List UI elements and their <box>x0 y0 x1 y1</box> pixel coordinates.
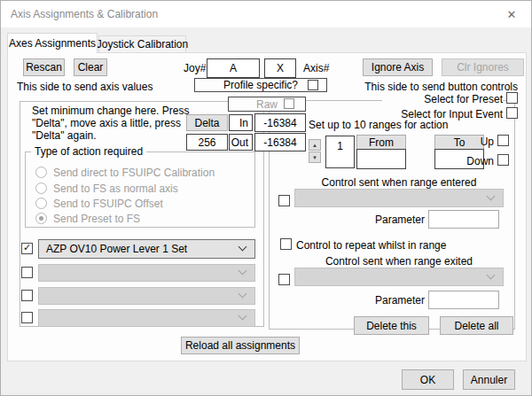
radio-send-direct-calibration[interactable] <box>35 167 47 178</box>
down-label: Down <box>458 155 494 167</box>
spinner-up-icon: ▲ <box>312 143 317 148</box>
down-checkbox[interactable] <box>497 154 509 166</box>
chevron-down-icon <box>239 312 247 321</box>
parameter-exited-label: Parameter <box>363 294 425 307</box>
raw-checkbox[interactable] <box>284 98 294 109</box>
clr-ignores-button[interactable]: Clr Ignores <box>442 58 524 76</box>
select-for-preset-label: Select for Preset <box>382 93 503 105</box>
raw-box: Raw <box>228 97 306 112</box>
tab-axes-assignments-label: Axes Assignments <box>9 37 96 50</box>
chevron-down-icon <box>487 270 496 279</box>
ok-button[interactable]: OK <box>402 369 454 390</box>
min-change-help-line2: "Delta", move axis a little, press <box>32 117 196 129</box>
titlebar: Axis Assignments & Calibration ✕ <box>1 1 532 27</box>
range-entered-label: Control sent when range entered <box>294 176 504 189</box>
close-icon: ✕ <box>507 8 517 21</box>
joy-number-label: Joy# <box>184 62 206 74</box>
chevron-down-icon <box>239 243 247 252</box>
tab-joystick-calibration-label: Joystick Calibration <box>97 38 188 50</box>
button-controls-side-label: This side to send button controls <box>364 81 518 93</box>
range-exited-checkbox[interactable] <box>278 274 290 285</box>
range-spinner-up[interactable]: ▲ <box>309 139 321 151</box>
radio-send-preset[interactable] <box>35 213 47 224</box>
range-spinner-down[interactable]: ▼ <box>309 151 321 163</box>
ignore-axis-button[interactable]: Ignore Axis <box>363 58 433 76</box>
min-change-help-line3: "Delta" again. <box>32 129 196 142</box>
cancel-button[interactable]: Annuler <box>463 369 515 390</box>
profile-specific-checkbox[interactable] <box>308 80 318 90</box>
assignment-checkbox-3[interactable] <box>21 290 33 301</box>
repeat-in-range-label: Control to repeat whilst in range <box>296 239 446 252</box>
raw-out-value: -16384 <box>254 133 306 151</box>
tab-joystick-calibration[interactable]: Joystick Calibration <box>98 35 186 52</box>
rescan-button[interactable]: Rescan <box>23 58 65 76</box>
from-input[interactable] <box>356 149 406 169</box>
axis-number-label: Axis# <box>303 62 329 74</box>
profile-specific-box: Profile specific? <box>194 78 327 92</box>
joy-number-field[interactable]: A <box>207 58 260 78</box>
radio-send-direct-calibration-label: Send direct to FSUIPC Calibration <box>53 167 215 179</box>
range-number-field[interactable]: 1 <box>325 136 355 168</box>
parameter-exited-input[interactable] <box>428 291 499 309</box>
axis-values-side-label: This side to send axis values <box>17 81 153 93</box>
axis-letter-field[interactable]: X <box>264 58 296 78</box>
parameter-entered-input[interactable] <box>428 210 499 229</box>
tab-axes-assignments[interactable]: Axes Assignments <box>7 33 98 53</box>
parameter-entered-label: Parameter <box>363 214 425 226</box>
check-icon: ✓ <box>23 242 31 253</box>
radio-send-fsuipc-offset[interactable] <box>35 198 47 209</box>
delta-value-field[interactable]: 256 <box>186 134 228 151</box>
repeat-in-range-checkbox[interactable] <box>280 238 292 250</box>
action-type-title: Type of action required <box>31 145 146 158</box>
axis-assignments-dialog: Axis Assignments & Calibration ✕ Axes As… <box>0 0 532 396</box>
close-button[interactable]: ✕ <box>497 4 526 25</box>
chevron-down-icon <box>239 290 247 299</box>
chevron-down-icon <box>239 267 247 276</box>
range-entered-dropdown[interactable] <box>294 189 504 207</box>
range-exited-label: Control sent when range exited <box>294 255 504 268</box>
assignment-dropdown-3[interactable] <box>38 287 255 305</box>
ranges-title: Set up to 10 ranges for action <box>309 119 448 131</box>
radio-send-normal-axis[interactable] <box>35 182 47 194</box>
delta-button[interactable]: Delta <box>186 114 228 131</box>
assignment-dropdown-4[interactable] <box>38 309 255 327</box>
raw-in-label: In <box>229 114 253 131</box>
clear-button[interactable]: Clear <box>74 58 107 76</box>
raw-in-value: -16384 <box>254 113 306 132</box>
raw-label: Raw <box>256 98 278 111</box>
assignment-checkbox-1[interactable]: ✓ <box>21 243 33 254</box>
assignment-checkbox-2[interactable] <box>21 267 33 278</box>
delete-this-button[interactable]: Delete this <box>354 316 429 335</box>
range-entered-checkbox[interactable] <box>278 195 290 206</box>
select-for-preset-checkbox[interactable] <box>506 92 518 104</box>
min-change-help: Set minimum change here. Press "Delta", … <box>32 105 196 142</box>
delete-all-button[interactable]: Delete all <box>440 316 513 335</box>
assignment-checkbox-4[interactable] <box>21 312 33 323</box>
raw-out-label: Out <box>229 134 253 151</box>
profile-specific-label: Profile specific? <box>223 79 298 91</box>
min-change-help-line1: Set minimum change here. Press <box>32 105 196 117</box>
from-header-button[interactable]: From <box>356 135 406 150</box>
select-for-input-event-checkbox[interactable] <box>506 107 518 119</box>
select-for-input-event-label: Select for Input Event <box>373 108 503 120</box>
up-checkbox[interactable] <box>497 135 509 146</box>
range-exited-dropdown[interactable] <box>294 268 504 286</box>
footer: OK Annuler <box>1 362 532 396</box>
assignment-dropdown-2[interactable] <box>38 264 255 282</box>
up-label: Up <box>467 136 494 148</box>
assignment-dropdown-1-value: AZP OV10 Power Lever 1 Set <box>46 243 187 255</box>
radio-send-normal-axis-label: Send to FS as normal axis <box>53 182 178 195</box>
spinner-down-icon: ▼ <box>312 155 317 160</box>
assignment-dropdown-1[interactable]: AZP OV10 Power Lever 1 Set <box>38 239 255 259</box>
window-title: Axis Assignments & Calibration <box>11 8 158 20</box>
chevron-down-icon <box>487 191 496 200</box>
radio-send-preset-label: Send Preset to FS <box>53 213 140 225</box>
radio-send-fsuipc-offset-label: Send to FSUIPC Offset <box>53 198 163 210</box>
reload-assignments-button[interactable]: Reload all assignments <box>181 337 300 354</box>
